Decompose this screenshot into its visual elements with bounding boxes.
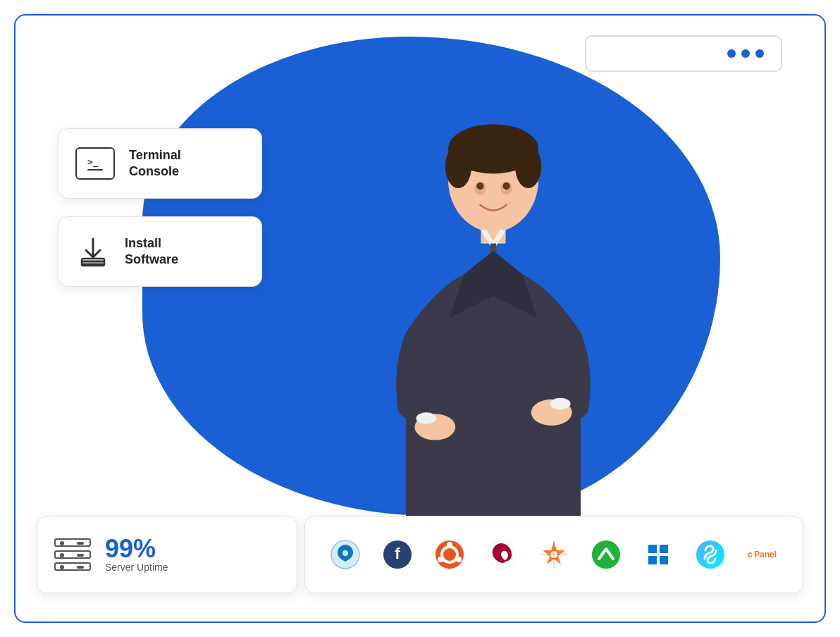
stats-text: 99% Server Uptime (105, 536, 168, 573)
logo-processwire (535, 536, 573, 574)
svg-rect-40 (660, 545, 668, 553)
svg-point-43 (696, 540, 724, 569)
browser-dot-2 (741, 49, 750, 58)
svg-point-7 (515, 144, 541, 188)
logo-debian (483, 536, 521, 574)
svg-point-32 (456, 557, 462, 562)
svg-point-19 (476, 183, 483, 190)
terminal-icon: >_ (75, 147, 115, 180)
svg-rect-41 (648, 556, 657, 564)
svg-point-20 (502, 183, 509, 190)
svg-rect-42 (660, 556, 668, 564)
server-rack-2 (54, 550, 91, 559)
main-frame: >_ Terminal Console Install Software (14, 14, 826, 623)
logo-drupal (326, 536, 364, 574)
svg-text:Panel: Panel (754, 550, 777, 559)
terminal-card-label: Terminal Console (129, 147, 181, 180)
browser-dot-3 (755, 49, 764, 58)
logo-caret (587, 536, 625, 574)
uptime-percentage: 99% (105, 536, 168, 562)
svg-point-15 (416, 412, 436, 424)
logo-windows (639, 536, 677, 574)
svg-rect-39 (648, 545, 657, 553)
person-figure (310, 121, 677, 558)
logo-fedora: f (378, 536, 416, 574)
svg-text:f: f (395, 545, 400, 562)
server-icon (54, 538, 91, 571)
logo-ubuntu (431, 536, 469, 574)
browser-bar (585, 35, 782, 72)
svg-point-31 (438, 557, 443, 562)
logo-cpanel: c Panel (743, 536, 782, 574)
uptime-label: Server Uptime (105, 562, 168, 573)
svg-point-38 (592, 540, 620, 569)
svg-point-6 (445, 144, 471, 188)
install-icon (75, 234, 111, 269)
software-logos-card: f (304, 516, 803, 593)
install-software-card[interactable]: Install Software (58, 216, 262, 287)
svg-point-30 (447, 542, 452, 548)
svg-point-16 (550, 398, 571, 410)
terminal-console-card[interactable]: >_ Terminal Console (58, 128, 262, 199)
browser-dot-1 (727, 49, 736, 58)
svg-point-25 (342, 550, 348, 556)
server-rack-3 (54, 562, 91, 571)
server-rack-1 (54, 538, 91, 547)
server-uptime-card: 99% Server Uptime (37, 516, 297, 593)
install-card-label: Install Software (125, 235, 178, 268)
svg-text:c: c (748, 550, 753, 559)
logo-softaculous (691, 536, 729, 574)
